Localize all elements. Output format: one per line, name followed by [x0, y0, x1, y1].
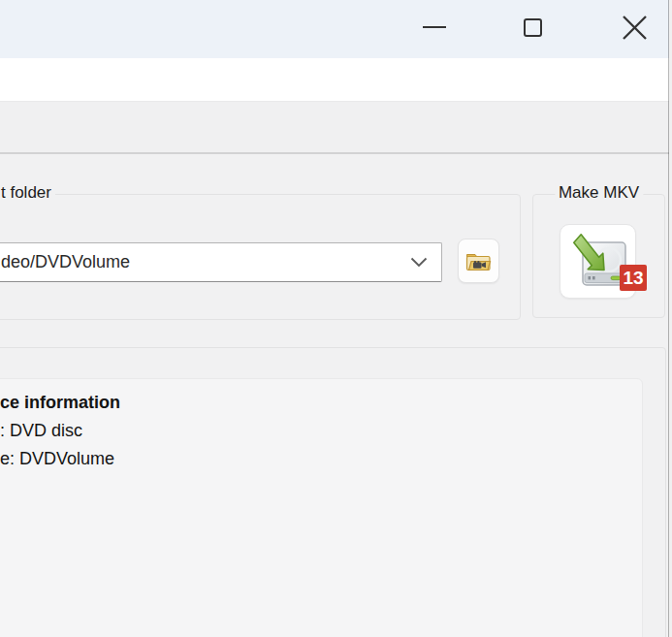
source-info-line-type: : DVD disc: [0, 417, 120, 445]
minimize-button[interactable]: [410, 2, 459, 52]
maximize-icon: [524, 18, 542, 37]
titlebar: [0, 0, 672, 58]
source-info-heading: ce information: [0, 389, 120, 417]
annotation-badge: 13: [620, 265, 647, 291]
minimize-icon: [423, 26, 446, 29]
makemkv-window: t folder Make MKV: [0, 0, 672, 637]
output-path-input[interactable]: [0, 252, 397, 272]
source-info-line-name: e: DVDVolume: [0, 445, 120, 473]
make-mkv-group-label: Make MKV: [555, 183, 643, 203]
output-path-combobox: [0, 242, 442, 282]
chevron-down-icon: [410, 257, 428, 268]
window-right-border: [668, 0, 669, 637]
maximize-button[interactable]: [508, 2, 557, 52]
output-folder-group-label: t folder: [0, 183, 55, 203]
output-path-dropdown[interactable]: [397, 243, 441, 281]
browse-output-folder-button[interactable]: [458, 239, 499, 283]
make-mkv-button[interactable]: 13: [560, 224, 636, 299]
video-folder-icon: [464, 249, 493, 273]
source-info-text: ce information : DVD disc e: DVDVolume: [0, 389, 120, 473]
toolbar-area: [0, 101, 672, 152]
menubar-area: [0, 58, 672, 101]
close-button[interactable]: [610, 2, 658, 52]
close-icon: [622, 15, 648, 41]
